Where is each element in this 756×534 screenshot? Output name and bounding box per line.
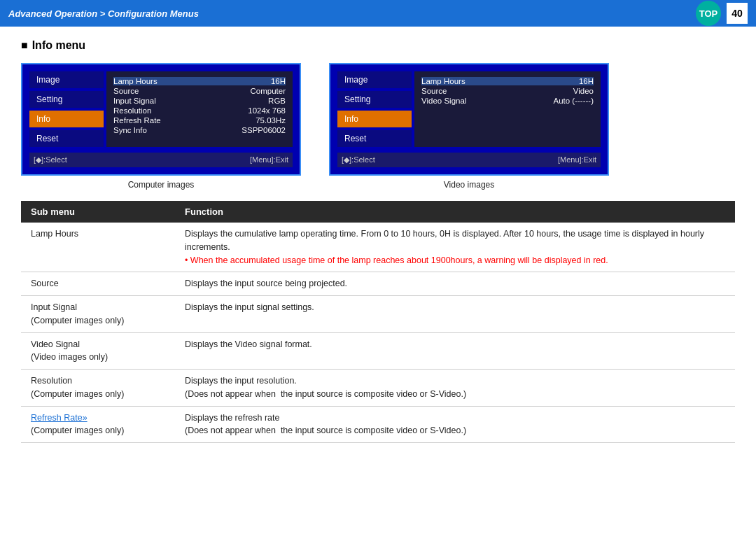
page-number: 40 bbox=[727, 3, 748, 24]
computer-row-sync-val: SSPP06002 bbox=[241, 126, 286, 134]
col-function: Function bbox=[175, 201, 735, 223]
computer-row-lamp-val: 16H bbox=[271, 77, 286, 85]
function-resolution: Displays the input resolution. (Does not… bbox=[175, 370, 735, 407]
video-menu-footer: [◆]:Select [Menu]:Exit bbox=[337, 153, 601, 167]
computer-footer-left: [◆]:Select bbox=[34, 155, 67, 164]
computer-menu-item-reset[interactable]: Reset bbox=[29, 130, 104, 147]
computer-menu-footer: [◆]:Select [Menu]:Exit bbox=[29, 153, 293, 167]
header-bar: Advanced Operation > Configuration Menus… bbox=[0, 0, 756, 27]
table-row-resolution: Resolution(Computer images only) Display… bbox=[21, 370, 735, 407]
info-table: Sub menu Function Lamp Hours Displays th… bbox=[21, 201, 735, 443]
video-screenshot-label: Video images bbox=[444, 180, 495, 190]
computer-menu-sidebar: Image Setting Info Reset bbox=[29, 71, 106, 147]
video-menu-sidebar: Image Setting Info Reset bbox=[337, 71, 414, 147]
video-menu-item-info[interactable]: Info bbox=[337, 111, 412, 127]
video-row-source-key: Source bbox=[421, 87, 447, 95]
computer-screenshot-wrap: Image Setting Info Reset Lamp Hours 16H … bbox=[21, 63, 301, 190]
video-row-source: Source Video bbox=[421, 87, 594, 95]
computer-row-source: Source Computer bbox=[113, 87, 286, 95]
function-lamp: Displays the cumulative lamp operating t… bbox=[175, 223, 735, 272]
table-row-input-signal: Input Signal(Computer images only) Displ… bbox=[21, 296, 735, 333]
computer-menu-item-image[interactable]: Image bbox=[29, 71, 104, 88]
function-input-signal: Displays the input signal settings. bbox=[175, 296, 735, 333]
computer-footer-right: [Menu]:Exit bbox=[250, 155, 288, 164]
video-screenshot-wrap: Image Setting Info Reset Lamp Hours 16H … bbox=[329, 63, 609, 190]
video-footer-left: [◆]:Select bbox=[342, 155, 375, 164]
video-row-lamp-key: Lamp Hours bbox=[421, 77, 465, 85]
video-row-signal-key: Video Signal bbox=[421, 97, 466, 105]
video-menu-item-image[interactable]: Image bbox=[337, 71, 412, 88]
screenshots-row: Image Setting Info Reset Lamp Hours 16H … bbox=[21, 63, 735, 190]
lamp-warning: • When the accumulated usage time of the… bbox=[185, 255, 608, 265]
computer-row-input: Input Signal RGB bbox=[113, 97, 286, 105]
submenu-resolution: Resolution(Computer images only) bbox=[21, 370, 175, 407]
video-menu-content: Lamp Hours 16H Source Video Video Signal… bbox=[414, 71, 601, 147]
video-row-signal: Video Signal Auto (------) bbox=[421, 97, 594, 105]
submenu-lamp: Lamp Hours bbox=[21, 223, 175, 272]
table-header-row: Sub menu Function bbox=[21, 201, 735, 223]
computer-row-resolution: Resolution 1024x 768 bbox=[113, 106, 286, 115]
computer-row-lamp: Lamp Hours 16H bbox=[113, 77, 286, 85]
video-menu-item-setting[interactable]: Setting bbox=[337, 91, 412, 108]
function-refresh: Displays the refresh rate (Does not appe… bbox=[175, 406, 735, 443]
computer-row-source-key: Source bbox=[113, 87, 139, 95]
computer-row-resolution-val: 1024x 768 bbox=[248, 106, 286, 115]
computer-row-source-val: Computer bbox=[251, 87, 286, 95]
video-row-lamp-val: 16H bbox=[579, 77, 594, 85]
computer-row-refresh-key: Refresh Rate bbox=[113, 116, 161, 125]
computer-row-refresh: Refresh Rate 75.03Hz bbox=[113, 116, 286, 125]
table-row-lamp: Lamp Hours Displays the cumulative lamp … bbox=[21, 223, 735, 272]
table-row-refresh: Refresh Rate» (Computer images only) Dis… bbox=[21, 406, 735, 443]
table-row-video-signal: Video Signal(Video images only) Displays… bbox=[21, 332, 735, 370]
top-badge[interactable]: TOP bbox=[696, 1, 721, 26]
section-title: ■ Info menu bbox=[21, 39, 735, 52]
main-content: ■ Info menu Image Setting Info Reset Lam… bbox=[0, 27, 756, 456]
computer-menu-ui: Image Setting Info Reset Lamp Hours 16H … bbox=[21, 63, 301, 176]
video-menu-item-reset[interactable]: Reset bbox=[337, 130, 412, 147]
video-footer-right: [Menu]:Exit bbox=[558, 155, 596, 164]
refresh-rate-link[interactable]: Refresh Rate» bbox=[31, 413, 88, 423]
submenu-source: Source bbox=[21, 272, 175, 296]
video-row-signal-val: Auto (------) bbox=[554, 97, 594, 105]
function-source: Displays the input source being projecte… bbox=[175, 272, 735, 296]
section-title-text: Info menu bbox=[32, 39, 85, 52]
video-row-lamp: Lamp Hours 16H bbox=[421, 77, 594, 85]
computer-row-lamp-key: Lamp Hours bbox=[113, 77, 158, 85]
video-row-source-val: Video bbox=[573, 87, 594, 95]
computer-row-input-key: Input Signal bbox=[113, 97, 156, 105]
computer-row-sync-key: Sync Info bbox=[113, 126, 147, 134]
video-menu-ui: Image Setting Info Reset Lamp Hours 16H … bbox=[329, 63, 609, 176]
submenu-refresh: Refresh Rate» (Computer images only) bbox=[21, 406, 175, 443]
col-submenu: Sub menu bbox=[21, 201, 175, 223]
computer-screenshot-label: Computer images bbox=[128, 180, 195, 190]
table-row-source: Source Displays the input source being p… bbox=[21, 272, 735, 296]
computer-menu-item-info[interactable]: Info bbox=[29, 111, 104, 127]
computer-row-sync: Sync Info SSPP06002 bbox=[113, 126, 286, 134]
submenu-video-signal: Video Signal(Video images only) bbox=[21, 332, 175, 370]
computer-row-refresh-val: 75.03Hz bbox=[255, 116, 286, 125]
computer-menu-item-setting[interactable]: Setting bbox=[29, 91, 104, 108]
function-video-signal: Displays the Video signal format. bbox=[175, 332, 735, 370]
submenu-input-signal: Input Signal(Computer images only) bbox=[21, 296, 175, 333]
computer-row-input-val: RGB bbox=[268, 97, 286, 105]
computer-menu-content: Lamp Hours 16H Source Computer Input Sig… bbox=[106, 71, 293, 147]
header-title: Advanced Operation > Configuration Menus bbox=[8, 8, 199, 19]
computer-row-resolution-key: Resolution bbox=[113, 106, 151, 115]
section-title-icon: ■ bbox=[21, 39, 28, 52]
header-right: TOP 40 bbox=[696, 1, 748, 26]
